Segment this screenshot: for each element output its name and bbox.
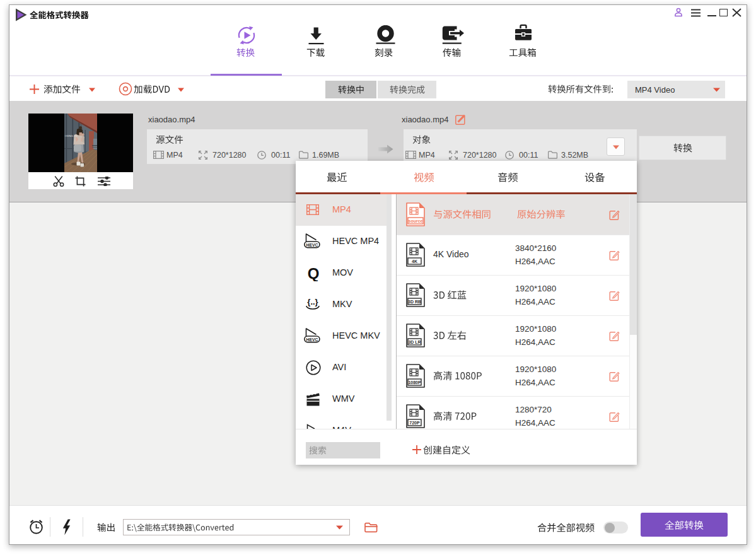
svg-text:1080P: 1080P xyxy=(408,380,421,385)
svg-text:3D LR: 3D LR xyxy=(408,340,421,344)
svg-text:HEVC: HEVC xyxy=(306,243,318,247)
svg-text:{..}: {..} xyxy=(307,298,318,306)
svg-text:source: source xyxy=(409,219,423,223)
svg-text:Q: Q xyxy=(308,265,320,281)
svg-text:720P: 720P xyxy=(409,421,420,425)
svg-text:3D RB: 3D RB xyxy=(408,300,421,304)
svg-text:HEVC: HEVC xyxy=(306,337,318,342)
svg-text:4K: 4K xyxy=(412,259,417,264)
svg-text:I KING 2%: I KING 2% xyxy=(65,134,78,137)
